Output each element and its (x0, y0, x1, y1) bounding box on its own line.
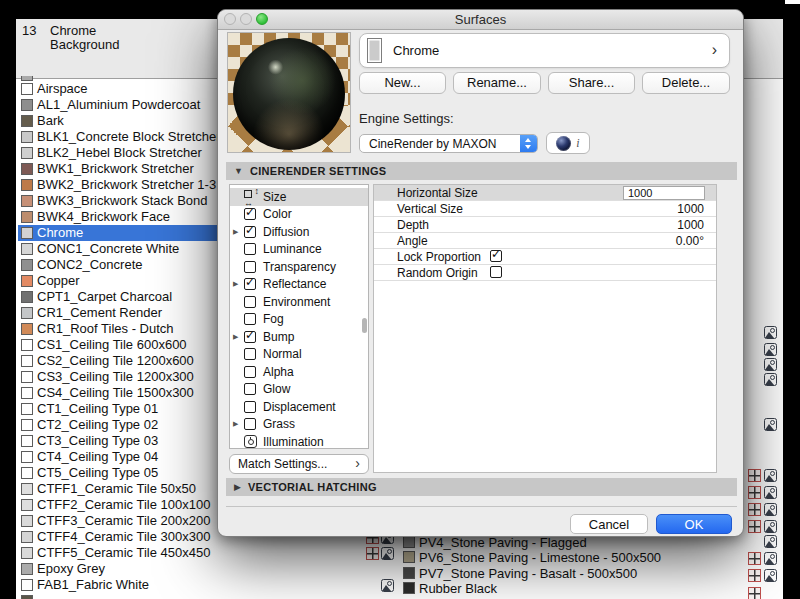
list-item-pv7-stone-paving-basalt-500x500[interactable]: PV7_Stone Paving - Basalt - 500x500 (403, 565, 637, 581)
tree-item-bump[interactable]: ▶Bump (230, 328, 368, 346)
hatch-indicator-icon (748, 503, 761, 516)
checked-checkbox[interactable] (490, 250, 502, 262)
tree-item-control (244, 331, 263, 343)
color-swatch (403, 582, 415, 594)
tree-item-luminance[interactable]: Luminance (230, 241, 368, 259)
setting-row-depth[interactable]: Depth1000 (374, 217, 716, 233)
cinerender-settings-section[interactable]: ▼ CINERENDER SETTINGS (226, 162, 737, 180)
texture-indicator-icon (764, 418, 777, 431)
list-item-label: Epoxy Grey (37, 561, 105, 577)
tree-item-diffusion[interactable]: ▶Diffusion (230, 223, 368, 241)
tree-item-alpha[interactable]: Alpha (230, 363, 368, 381)
chevron-right-icon: › (355, 455, 360, 471)
unchecked-checkbox[interactable] (490, 266, 502, 278)
unchecked-checkbox[interactable] (244, 383, 256, 395)
setting-row-angle[interactable]: Angle0.00° (374, 233, 716, 249)
list-item-ctff5-ceramic-tile-450x450[interactable]: CTFF5_Ceramic Tile 450x450 (18, 545, 400, 561)
texture-indicator-icon (764, 552, 777, 565)
cinerender-info-button[interactable]: i (546, 132, 590, 154)
unchecked-checkbox[interactable] (244, 401, 256, 413)
list-item-label: CONC1_Concrete White (37, 241, 179, 257)
list-item-rubber-black[interactable]: Rubber Black (403, 580, 497, 596)
setting-label: Random Origin (397, 266, 478, 280)
checked-checkbox[interactable] (244, 226, 256, 238)
expander-triangle-icon[interactable]: ▶ (233, 420, 244, 428)
horizontal-size-input[interactable]: 1000 (623, 186, 705, 200)
tree-item-size[interactable]: Size (230, 188, 368, 206)
tree-item-reflectance[interactable]: ▶Reflectance (230, 276, 368, 294)
list-item-label: CT1_Ceiling Type 01 (37, 401, 158, 417)
color-swatch (21, 195, 33, 207)
expander-triangle-icon[interactable]: ▶ (233, 333, 244, 341)
unchecked-checkbox[interactable] (244, 261, 256, 273)
unchecked-checkbox[interactable] (244, 296, 256, 308)
list-item-label: CS2_Ceiling Tile 1200x600 (37, 353, 194, 369)
checked-checkbox[interactable] (244, 331, 256, 343)
unchecked-checkbox[interactable] (244, 418, 256, 430)
setting-value: 1000 (677, 218, 704, 232)
setting-row-lock-proportion[interactable]: Lock Proportion (374, 249, 716, 265)
unchecked-checkbox[interactable] (244, 243, 256, 255)
ok-button[interactable]: OK (656, 514, 732, 534)
tree-item-transparency[interactable]: Transparency (230, 258, 368, 276)
match-settings-button[interactable]: Match Settings... › (229, 454, 369, 474)
list-item-label: CTFF4_Ceramic Tile 300x300 (37, 529, 210, 545)
tree-item-label: Alpha (263, 365, 294, 379)
info-icon: i (576, 136, 579, 151)
engine-select[interactable]: CineRender by MAXON (359, 134, 538, 153)
tree-item-label: Fog (263, 312, 284, 326)
delete-button[interactable]: Delete... (642, 72, 730, 94)
list-item-label: CPT1_Carpet Charcoal (37, 289, 172, 305)
color-swatch (21, 179, 33, 191)
setting-row-random-origin[interactable]: Random Origin (374, 265, 716, 281)
list-item-unnamed[interactable] (18, 593, 400, 599)
setting-label: Lock Proportion (397, 250, 481, 264)
color-swatch (403, 536, 415, 548)
tree-item-illumination[interactable]: Illumination (230, 433, 368, 451)
share-button[interactable]: Share... (548, 72, 635, 94)
rename-button[interactable]: Rename... (453, 72, 541, 94)
setting-row-horizontal-size[interactable]: Horizontal Size1000 (374, 185, 716, 201)
color-swatch (21, 531, 33, 543)
hatch-indicator-icon (748, 552, 761, 565)
setting-row-vertical-size[interactable]: Vertical Size1000 (374, 201, 716, 217)
checked-checkbox[interactable] (244, 208, 256, 220)
list-item-fab1-fabric-white[interactable]: FAB1_Fabric White (18, 577, 400, 593)
list-item-pv6-stone-paving-limestone-500x500[interactable]: PV6_Stone Paving - Limestone - 500x500 (403, 549, 661, 565)
dialog-titlebar[interactable]: Surfaces (218, 10, 743, 30)
color-swatch (21, 403, 33, 415)
color-swatch (21, 467, 33, 479)
stepper-arrows-icon[interactable] (520, 135, 537, 152)
setting-label: Horizontal Size (397, 186, 478, 200)
color-swatch (21, 275, 33, 287)
checked-checkbox[interactable] (244, 278, 256, 290)
texture-indicator-icon (764, 373, 777, 386)
list-item-epoxy-grey[interactable]: Epoxy Grey (18, 561, 400, 577)
texture-indicator-icon (764, 343, 777, 356)
unchecked-checkbox[interactable] (244, 348, 256, 360)
list-item-label: BWK2_Brickwork Stretcher 1-3 (37, 177, 216, 193)
new-button[interactable]: New... (359, 72, 446, 94)
footer-divider (226, 506, 737, 507)
tree-item-displacement[interactable]: Displacement (230, 398, 368, 416)
expander-triangle-icon[interactable]: ▶ (233, 228, 244, 236)
surface-name-selector[interactable]: Chrome › (359, 33, 730, 68)
tree-item-environment[interactable]: Environment (230, 293, 368, 311)
color-swatch (21, 547, 33, 559)
tree-item-fog[interactable]: Fog (230, 311, 368, 329)
tree-item-label: Displacement (263, 400, 336, 414)
tree-item-normal[interactable]: Normal (230, 346, 368, 364)
expander-triangle-icon[interactable]: ▶ (233, 280, 244, 288)
vectorial-hatching-section[interactable]: ▶ VECTORIAL HATCHING (226, 478, 737, 496)
header-index: 13 (22, 23, 36, 38)
unchecked-checkbox[interactable] (244, 313, 256, 325)
cancel-button[interactable]: Cancel (570, 514, 648, 534)
unchecked-checkbox[interactable] (244, 366, 256, 378)
list-item-label: BWK1_Brickwork Stretcher (37, 161, 194, 177)
tree-item-label: Glow (263, 382, 290, 396)
tree-item-glow[interactable]: Glow (230, 381, 368, 399)
tree-item-grass[interactable]: ▶Grass (230, 416, 368, 434)
tree-item-color[interactable]: Color (230, 206, 368, 224)
tree-item-label: Grass (263, 417, 295, 431)
triangle-down-icon: ▼ (234, 166, 243, 176)
